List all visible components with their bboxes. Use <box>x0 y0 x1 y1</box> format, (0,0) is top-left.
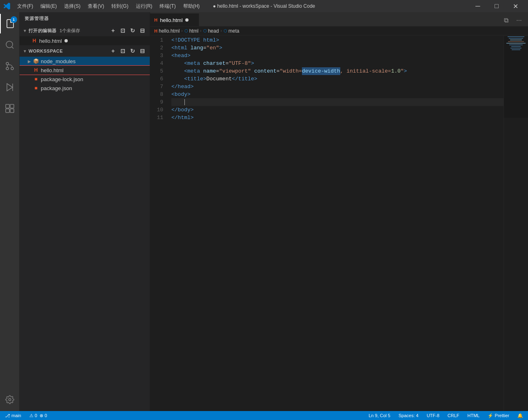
sidebar: 资源管理器 ▼ 打开的编辑器 1个未保存 + ⊡ ↻ ⊟ H hello.htm… <box>20 12 150 411</box>
svg-rect-11 <box>10 109 14 113</box>
folder-chevron-icon: ▶ <box>28 59 31 64</box>
open-editors-label: 打开的编辑器 <box>29 28 57 34</box>
titlebar-left: 文件(F) 编辑(E) 选择(S) 查看(V) 转到(G) 运行(R) 终端(T… <box>3 2 203 11</box>
titlebar-controls: ─ □ ✕ <box>468 0 525 12</box>
cursor-position-status[interactable]: Ln 9, Col 5 <box>367 411 392 420</box>
svg-rect-10 <box>6 109 9 113</box>
line-numbers: 1 2 3 4 5 6 7 8 9 10 11 <box>150 35 166 411</box>
prettier-label: ⚡ Prettier <box>488 413 509 418</box>
breadcrumb-sep-3: › <box>220 29 222 33</box>
code-line-5: <meta name="viewport" content="width=dev… <box>171 67 504 75</box>
git-branch-label: main <box>11 413 21 418</box>
spaces-label: Spaces: 4 <box>399 413 419 418</box>
menu-help[interactable]: 帮助(H) <box>180 2 203 11</box>
breadcrumb-head-icon: ⬡ <box>203 29 207 33</box>
workspace-section[interactable]: ▼ WORKSSPACE + ⊡ ↻ ⊟ <box>20 45 150 57</box>
git-branch-status[interactable]: ⎇ main <box>3 411 23 420</box>
errors-warnings-status[interactable]: ⚠ 0 ⊗ 0 <box>28 411 49 420</box>
notification-status[interactable]: 🔔 <box>516 411 525 420</box>
chevron-down-icon: ▼ <box>23 29 27 33</box>
maximize-button[interactable]: □ <box>487 0 506 12</box>
breadcrumb-file[interactable]: H hello.html <box>154 28 180 34</box>
cursor-position-label: Ln 9, Col 5 <box>369 413 390 418</box>
menu-terminal[interactable]: 终端(T) <box>156 2 179 11</box>
breadcrumb-html-icon: H <box>154 29 158 33</box>
menu-file[interactable]: 文件(F) <box>14 2 36 11</box>
split-editor-button[interactable]: ⧉ <box>500 15 512 26</box>
more-actions-button[interactable]: ··· <box>513 15 525 26</box>
files-badge: 1 <box>11 16 17 23</box>
titlebar: 文件(F) 编辑(E) 选择(S) 查看(V) 转到(G) 运行(R) 终端(T… <box>0 0 528 12</box>
json-icon: ■ <box>33 85 39 91</box>
collapse-button[interactable]: ⊟ <box>138 27 146 35</box>
svg-point-0 <box>6 41 13 48</box>
file-hello-html[interactable]: H hello.html <box>20 66 150 75</box>
encoding-label: UTF-8 <box>427 413 439 418</box>
files-icon[interactable]: 1 <box>0 14 20 33</box>
code-line-7: </head> <box>171 83 504 91</box>
status-right: Ln 9, Col 5 Spaces: 4 UTF-8 CRLF HTML ⚡ … <box>367 411 525 420</box>
close-button[interactable]: ✕ <box>506 0 525 12</box>
tab-modified-dot <box>185 18 189 22</box>
breadcrumb-sep-2: › <box>200 29 201 33</box>
open-editors-section[interactable]: ▼ 打开的编辑器 1个未保存 + ⊡ ↻ ⊟ <box>20 25 150 36</box>
code-line-3: <head> <box>171 52 504 60</box>
run-icon[interactable] <box>0 77 20 97</box>
encoding-status[interactable]: UTF-8 <box>425 411 441 420</box>
svg-point-12 <box>9 398 11 401</box>
source-control-icon[interactable] <box>0 56 20 76</box>
file-package-lock-json[interactable]: ■ package-lock.json <box>20 75 150 84</box>
menu-goto[interactable]: 转到(G) <box>108 2 131 11</box>
tab-hello-html[interactable]: H hello.html <box>150 13 199 26</box>
breadcrumb-head-label: head <box>208 28 219 34</box>
folder-node-modules[interactable]: ▶ 📦 node_modules <box>20 57 150 66</box>
breadcrumb-meta-label: meta <box>229 28 240 34</box>
new-folder-button[interactable]: ⊡ <box>119 27 127 35</box>
code-line-10: </body> <box>171 106 504 114</box>
json-icon-lock: ■ <box>33 76 39 82</box>
menu-select[interactable]: 选择(S) <box>61 2 84 11</box>
open-file-hello-html[interactable]: H hello.html <box>20 36 150 45</box>
file-name-package: package.json <box>41 85 72 91</box>
file-package-json[interactable]: ■ package.json <box>20 84 150 93</box>
open-editors-actions: + ⊡ ↻ ⊟ <box>109 27 146 35</box>
extensions-icon[interactable] <box>0 99 20 118</box>
eol-label: CRLF <box>448 413 459 418</box>
svg-point-2 <box>11 67 13 70</box>
menu-run[interactable]: 运行(R) <box>133 2 156 11</box>
prettier-status[interactable]: ⚡ Prettier <box>486 411 511 420</box>
breadcrumb-meta[interactable]: ⬡ meta <box>224 28 240 34</box>
menu-view[interactable]: 查看(V) <box>84 2 107 11</box>
code-line-8: <body> <box>171 91 504 98</box>
spaces-status[interactable]: Spaces: 4 <box>397 411 420 420</box>
ws-refresh-button[interactable]: ↻ <box>129 47 137 55</box>
minimize-button[interactable]: ─ <box>468 0 487 12</box>
eol-status[interactable]: CRLF <box>446 411 461 420</box>
code-line-1: <!DOCTYPE html> <box>171 36 504 44</box>
code-editor: 1 2 3 4 5 6 7 8 9 10 11 <!DOCTYPE html> … <box>150 35 528 411</box>
titlebar-menu: 文件(F) 编辑(E) 选择(S) 查看(V) 转到(G) 运行(R) 终端(T… <box>14 2 203 11</box>
svg-rect-9 <box>10 104 14 108</box>
settings-icon[interactable] <box>0 390 20 409</box>
ws-new-folder-button[interactable]: ⊡ <box>119 47 127 55</box>
file-name-package-lock: package-lock.json <box>41 76 83 82</box>
workspace-chevron-icon: ▼ <box>23 49 27 53</box>
ws-collapse-button[interactable]: ⊟ <box>138 47 146 55</box>
search-icon[interactable] <box>0 35 20 55</box>
vscode-logo <box>3 2 11 10</box>
language-status[interactable]: HTML <box>466 411 481 420</box>
breadcrumb-html[interactable]: ⬡ html <box>184 28 199 34</box>
unsaved-badge: 1个未保存 <box>58 28 80 34</box>
breadcrumb-head[interactable]: ⬡ head <box>203 28 219 34</box>
new-file-button[interactable]: + <box>109 27 117 35</box>
bell-icon: 🔔 <box>517 413 523 418</box>
ws-new-file-button[interactable]: + <box>109 47 117 55</box>
code-line-4: <meta charset="UTF-8"> <box>171 60 504 67</box>
menu-edit[interactable]: 编辑(E) <box>37 2 60 11</box>
minimap-canvas <box>504 36 528 118</box>
editor-area: H hello.html ⧉ ··· H hello.html › ⬡ html… <box>150 12 528 411</box>
code-content[interactable]: <!DOCTYPE html> <html lang="en"> <head> … <box>166 35 504 411</box>
minimap <box>504 35 528 411</box>
open-file-name: hello.html <box>39 38 62 44</box>
refresh-button[interactable]: ↻ <box>129 27 137 35</box>
